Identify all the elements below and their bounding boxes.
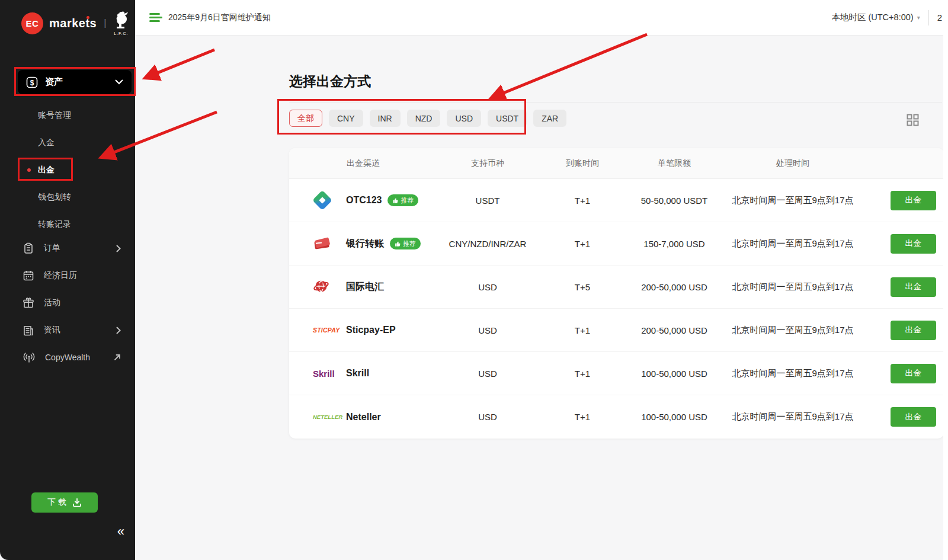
- sidebar-subitem-label: 入金: [38, 137, 55, 148]
- brand-logo: EC markets | L.F.C.: [0, 0, 135, 43]
- table-body: OTC123 推荐 USDT T+1 50-50,000 USDT 北京时间周一…: [289, 179, 944, 439]
- payment-icon-wrap: Skrill: [313, 369, 340, 379]
- withdraw-button[interactable]: 出金: [891, 191, 936, 210]
- liverbird-icon: [113, 11, 129, 31]
- notice-text: 2025年9月6日官网维护通知: [168, 12, 271, 23]
- column-header: 处理时间: [722, 158, 864, 169]
- supported-currencies: USDT: [437, 196, 538, 206]
- filter-chip-ZAR[interactable]: ZAR: [533, 110, 566, 127]
- caret-down-icon: ▾: [917, 14, 920, 21]
- filter-chip-USD[interactable]: USD: [447, 110, 481, 127]
- sidebar-subitem-入金[interactable]: 入金: [0, 129, 135, 156]
- sidebar-item-copywealth[interactable]: CopyWealth: [0, 344, 135, 371]
- download-label: 下载: [47, 497, 69, 508]
- withdraw-methods-table: 出金渠道 支持币种 到账时间 单笔限额 处理时间 OTC123 推荐 USDT …: [289, 148, 944, 439]
- withdraw-button[interactable]: 出金: [891, 277, 936, 297]
- processing-time: 北京时间周一至周五9点到17点: [728, 237, 857, 251]
- arrival-time: T+1: [538, 196, 627, 206]
- payment-icon-wrap: [313, 235, 340, 252]
- processing-time: 北京时间周一至周五9点到17点: [728, 194, 857, 207]
- single-limit: 100-50,000 USD: [627, 412, 722, 422]
- collapse-sidebar-icon[interactable]: «: [117, 524, 124, 539]
- processing-time: 北京时间周一至周五9点到17点: [728, 280, 857, 294]
- dollar-square-icon: $: [26, 76, 38, 88]
- column-header: 出金渠道: [289, 158, 437, 169]
- filter-chip-INR[interactable]: INR: [370, 110, 401, 127]
- external-link-icon: [114, 354, 121, 361]
- sidebar-item-news[interactable]: 资讯: [0, 316, 135, 344]
- channel-name: OTC123: [346, 195, 382, 206]
- processing-time: 北京时间周一至周五9点到17点: [728, 410, 857, 424]
- neteller-logo: NETELLER: [313, 414, 342, 420]
- arrival-time: T+1: [538, 325, 627, 335]
- sidebar-subitem-出金[interactable]: 出金: [0, 156, 135, 184]
- withdraw-button[interactable]: 出金: [891, 407, 936, 427]
- download-button[interactable]: 下载: [31, 492, 98, 513]
- thumbs-up-icon: [392, 197, 399, 204]
- sidebar-item-label: 订单: [44, 243, 107, 254]
- table-row: 国际电汇 USD T+5 200-50,000 USD 北京时间周一至周五9点到…: [289, 265, 944, 309]
- sidebar-subitem-账号管理[interactable]: 账号管理: [0, 102, 135, 129]
- page-title: 选择出金方式: [289, 72, 371, 91]
- chevron-right-icon: [116, 327, 121, 334]
- grid-view-icon[interactable]: [907, 114, 919, 129]
- channel-name: Sticpay-EP: [346, 325, 396, 335]
- sidebar-subitem-label: 出金: [38, 165, 55, 175]
- section-divider: [289, 102, 942, 103]
- filter-chip-CNY[interactable]: CNY: [329, 110, 363, 127]
- withdraw-button[interactable]: 出金: [891, 234, 936, 254]
- timezone-label: 本地时区 (UTC+8:00): [831, 12, 913, 23]
- sidebar-item-label: 资产: [45, 76, 108, 88]
- single-limit: 200-50,000 USD: [627, 282, 722, 292]
- processing-time: 北京时间周一至周五9点到17点: [728, 324, 857, 337]
- topbar-divider: [928, 10, 929, 25]
- scrollbar-gutter[interactable]: [943, 0, 948, 560]
- channel-name: Neteller: [346, 412, 381, 423]
- table-row: 银行转账 推荐 CNY/NZD/INR/ZAR T+1 150-7,000 US…: [289, 222, 944, 265]
- announcement-icon: [149, 13, 162, 22]
- channel-name: 国际电汇: [346, 281, 384, 293]
- withdraw-button[interactable]: 出金: [891, 321, 936, 340]
- payment-icon-wrap: STICPAY: [313, 327, 340, 334]
- otc123-icon: [312, 190, 332, 210]
- badge-label: 推荐: [401, 196, 414, 205]
- supported-currencies: USD: [437, 325, 538, 335]
- sidebar-item-activities[interactable]: 活动: [0, 289, 135, 316]
- sidebar-item-assets[interactable]: $ 资产: [18, 70, 132, 94]
- sidebar-item-label: 经济日历: [44, 270, 121, 281]
- chevron-right-icon: [116, 245, 121, 252]
- filter-chip-USDT[interactable]: USDT: [488, 110, 527, 127]
- table-row: NETELLER Neteller USD T+1 100-50,000 USD…: [289, 395, 944, 439]
- single-limit: 150-7,000 USD: [627, 239, 722, 249]
- single-limit: 50-50,000 USDT: [627, 196, 722, 206]
- sidebar-item-label: 活动: [44, 297, 121, 308]
- chevron-down-icon: [115, 79, 123, 85]
- maintenance-notice[interactable]: 2025年9月6日官网维护通知: [149, 12, 271, 23]
- svg-text:$: $: [30, 78, 34, 87]
- recommended-badge: 推荐: [387, 194, 418, 206]
- payment-icon-wrap: NETELLER: [313, 414, 340, 420]
- broadcast-icon: [23, 351, 36, 363]
- timezone-selector[interactable]: 本地时区 (UTC+8:00) ▾: [831, 12, 920, 23]
- supported-currencies: USD: [437, 369, 538, 379]
- thumbs-up-icon: [395, 241, 401, 247]
- download-icon: [72, 498, 82, 507]
- supported-currencies: CNY/NZD/INR/ZAR: [437, 239, 538, 249]
- gift-icon: [23, 297, 34, 309]
- arrival-time: T+1: [538, 369, 627, 379]
- topbar: 2025年9月6日官网维护通知 本地时区 (UTC+8:00) ▾ 2: [135, 0, 948, 36]
- sidebar-subitem-label: 转账记录: [38, 219, 71, 230]
- filter-chip-全部[interactable]: 全部: [289, 110, 322, 127]
- bank-transfer-icon: [313, 235, 331, 252]
- main-content: 选择出金方式 全部CNYINRNZDUSDUSDTZAR 出金渠道 支持币种 到…: [135, 36, 948, 560]
- sidebar-item-economic-calendar[interactable]: 经济日历: [0, 262, 135, 289]
- recommended-badge: 推荐: [390, 238, 421, 249]
- page: EC markets | L.F.C. $ 资产 账号管理入金出金钱包划转转账记…: [0, 0, 948, 560]
- supported-currencies: USD: [437, 282, 538, 292]
- filter-chip-NZD[interactable]: NZD: [407, 110, 441, 127]
- withdraw-button[interactable]: 出金: [891, 364, 936, 383]
- sidebar-subitem-label: 钱包划转: [38, 192, 71, 203]
- sidebar-item-orders[interactable]: 订单: [0, 235, 135, 262]
- sidebar-subitem-钱包划转[interactable]: 钱包划转: [0, 184, 135, 211]
- currency-filter-bar: 全部CNYINRNZDUSDUSDTZAR: [289, 110, 566, 127]
